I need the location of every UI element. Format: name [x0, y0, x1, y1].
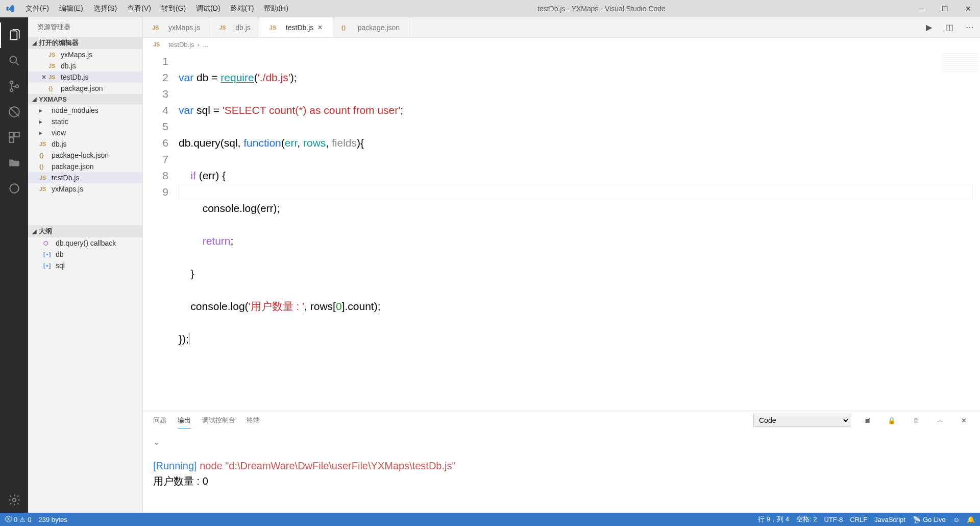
debug-icon[interactable]: [0, 99, 28, 125]
menu-edit[interactable]: 编辑(E): [54, 4, 88, 13]
sidebar-title: 资源管理器: [28, 17, 142, 37]
tab-package[interactable]: {}package.json: [332, 17, 410, 37]
collapse-icon[interactable]: ︿: [934, 416, 947, 425]
svg-point-1: [10, 81, 12, 84]
tab-db[interactable]: JSdb.js: [210, 17, 260, 37]
explorer-sidebar: 资源管理器 ◢打开的编辑器 JSyxMaps.js JSdb.js ×JStes…: [28, 17, 143, 513]
folder-item[interactable]: ▸node_modules: [28, 105, 142, 116]
current-line-highlight: [179, 184, 973, 200]
line-numbers: 123456789: [143, 51, 179, 411]
status-cursor-pos[interactable]: 行 9，列 4: [758, 515, 789, 524]
menu-help[interactable]: 帮助(H): [259, 4, 293, 13]
folder-item[interactable]: ▸view: [28, 127, 142, 138]
workspace-header[interactable]: ◢YXMAPS: [28, 94, 142, 105]
output-body[interactable]: ⌄ [Running] node "d:\DreamWare\DwFile\us…: [143, 429, 980, 513]
status-bar: ⓧ 0 ⚠ 0 239 bytes 行 9，列 4 空格: 2 UTF-8 CR…: [0, 513, 980, 526]
panel-tab-terminal[interactable]: 终端: [247, 413, 260, 428]
code-editor[interactable]: 123456789 var db = require('./db.js'); v…: [143, 51, 980, 411]
status-indent[interactable]: 空格: 2: [796, 515, 817, 524]
window-title: testDb.js - YXMaps - Visual Studio Code: [293, 5, 910, 13]
svg-point-2: [10, 89, 12, 91]
status-go-live[interactable]: 📡 Go Live: [913, 516, 946, 523]
vscode-logo-icon: [0, 4, 20, 13]
status-encoding[interactable]: UTF-8: [824, 516, 843, 523]
more-icon[interactable]: ⋯: [960, 17, 980, 37]
panel-tabs: 问题 输出 调试控制台 终端 Code ≣̸ 🔒 🗎 ︿ ✕: [143, 411, 980, 429]
menu-view[interactable]: 查看(V): [122, 4, 156, 13]
tab-yxmaps[interactable]: JSyxMaps.js: [143, 17, 210, 37]
open-editors-header[interactable]: ◢打开的编辑器: [28, 37, 142, 49]
editor-group: JSyxMaps.js JSdb.js JStestDb.js× {}packa…: [143, 17, 980, 513]
run-button[interactable]: ▶: [919, 17, 939, 37]
editor-tabs: JSyxMaps.js JSdb.js JStestDb.js× {}packa…: [143, 17, 980, 38]
file-item[interactable]: JSyxMaps.js: [28, 183, 142, 195]
close-icon[interactable]: ×: [39, 73, 48, 81]
close-window-button[interactable]: ✕: [957, 0, 980, 17]
settings-gear-icon[interactable]: [0, 487, 28, 513]
svg-rect-6: [15, 132, 19, 137]
open-editor-item[interactable]: {}package.json: [28, 83, 142, 94]
maximize-button[interactable]: ☐: [933, 0, 957, 17]
circle-icon[interactable]: [0, 176, 28, 201]
status-language[interactable]: JavaScript: [874, 516, 905, 523]
menu-select[interactable]: 选择(S): [88, 4, 122, 13]
panel-tab-debug[interactable]: 调试控制台: [202, 413, 235, 428]
minimap[interactable]: [942, 53, 978, 74]
status-eol[interactable]: CRLF: [850, 516, 867, 523]
open-editor-item[interactable]: JSyxMaps.js: [28, 49, 142, 60]
lock-icon[interactable]: 🔒: [885, 417, 899, 424]
svg-point-9: [12, 498, 16, 502]
extensions-icon[interactable]: [0, 125, 28, 150]
svg-rect-7: [9, 138, 14, 142]
svg-point-3: [15, 85, 18, 87]
outline-item[interactable]: [∘]sql: [28, 260, 142, 271]
bottom-panel: 问题 输出 调试控制台 终端 Code ≣̸ 🔒 🗎 ︿ ✕ ⌄ [Runnin…: [143, 411, 980, 513]
svg-rect-5: [9, 132, 14, 137]
file-item[interactable]: {}package.json: [28, 161, 142, 172]
menu-terminal[interactable]: 终端(T): [226, 4, 259, 13]
svg-point-0: [10, 56, 16, 63]
menu-debug[interactable]: 调试(D): [191, 4, 225, 13]
output-channel-select[interactable]: Code: [753, 414, 850, 427]
open-editor-item[interactable]: JSdb.js: [28, 60, 142, 71]
status-feedback-icon[interactable]: ☺: [953, 516, 960, 523]
folder-icon[interactable]: [0, 150, 28, 176]
tab-testdb[interactable]: JStestDb.js×: [260, 17, 332, 37]
menu-file[interactable]: 文件(F): [20, 4, 54, 13]
search-icon[interactable]: [0, 48, 28, 74]
close-panel-icon[interactable]: ✕: [958, 417, 970, 424]
outline-header[interactable]: ◢大纲: [28, 225, 142, 237]
split-editor-icon[interactable]: ◫: [939, 17, 960, 37]
outline-item[interactable]: [∘]db: [28, 249, 142, 260]
panel-tab-output[interactable]: 输出: [178, 413, 191, 428]
outline-item[interactable]: ⬡db.query() callback: [28, 237, 142, 249]
file-item[interactable]: JSdb.js: [28, 138, 142, 150]
clear-output-icon[interactable]: ≣̸: [862, 417, 873, 424]
menu-goto[interactable]: 转到(G): [156, 4, 191, 13]
menu-bar: 文件(F) 编辑(E) 选择(S) 查看(V) 转到(G) 调试(D) 终端(T…: [20, 4, 293, 13]
title-bar: 文件(F) 编辑(E) 选择(S) 查看(V) 转到(G) 调试(D) 终端(T…: [0, 0, 980, 17]
code-content[interactable]: var db = require('./db.js'); var sql = '…: [179, 51, 980, 411]
activity-bar: [0, 17, 28, 513]
explorer-icon[interactable]: [0, 22, 28, 48]
status-bell-icon[interactable]: 🔔: [967, 516, 975, 523]
status-errors[interactable]: ⓧ 0 ⚠ 0: [5, 515, 31, 524]
minimize-button[interactable]: ─: [910, 0, 933, 17]
folder-item[interactable]: ▸static: [28, 116, 142, 127]
open-file-icon[interactable]: 🗎: [910, 417, 923, 424]
file-item-active[interactable]: JStestDb.js: [28, 172, 142, 183]
breadcrumb[interactable]: JStestDb.js›...: [143, 38, 980, 51]
source-control-icon[interactable]: [0, 74, 28, 99]
file-item[interactable]: {}package-lock.json: [28, 150, 142, 161]
panel-tab-problems[interactable]: 问题: [153, 413, 166, 428]
window-controls: ─ ☐ ✕: [910, 0, 980, 17]
close-icon[interactable]: ×: [317, 23, 322, 32]
status-filesize[interactable]: 239 bytes: [38, 516, 67, 523]
open-editor-item-active[interactable]: ×JStestDb.js: [28, 71, 142, 83]
